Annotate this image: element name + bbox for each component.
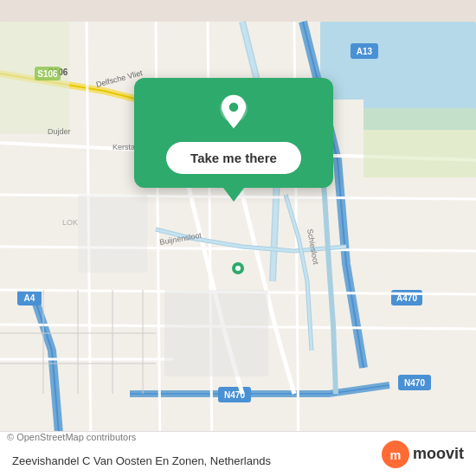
- map-container: A13 A4 N470 N470 A470: [0, 0, 476, 476]
- moovit-text: moovit: [413, 445, 464, 463]
- svg-rect-1: [320, 22, 476, 100]
- svg-text:S106: S106: [37, 69, 58, 79]
- svg-rect-30: [164, 290, 268, 376]
- moovit-logo: m moovit: [382, 441, 464, 468]
- svg-text:N470: N470: [404, 378, 425, 388]
- svg-rect-14: [363, 108, 476, 177]
- svg-point-36: [229, 103, 239, 113]
- take-me-there-button[interactable]: Take me there: [166, 142, 301, 174]
- svg-rect-31: [78, 195, 147, 273]
- svg-text:LOK: LOK: [62, 218, 78, 227]
- svg-text:m: m: [390, 447, 402, 461]
- location-name: Zeevishandel C Van Oosten En Zonen, Neth…: [12, 454, 382, 467]
- map-svg: A13 A4 N470 N470 A470: [0, 0, 476, 476]
- location-pin-icon: [215, 93, 253, 132]
- map-credit: © OpenStreetMap contributors: [7, 432, 136, 442]
- svg-text:A4: A4: [24, 293, 35, 303]
- svg-point-33: [235, 266, 241, 271]
- moovit-brand-icon: m: [382, 441, 409, 468]
- popup-card: Take me there: [134, 78, 333, 188]
- svg-text:Dujder: Dujder: [48, 127, 71, 136]
- footer-bar: © OpenStreetMap contributors Zeevishande…: [0, 431, 476, 476]
- svg-text:A13: A13: [357, 47, 373, 56]
